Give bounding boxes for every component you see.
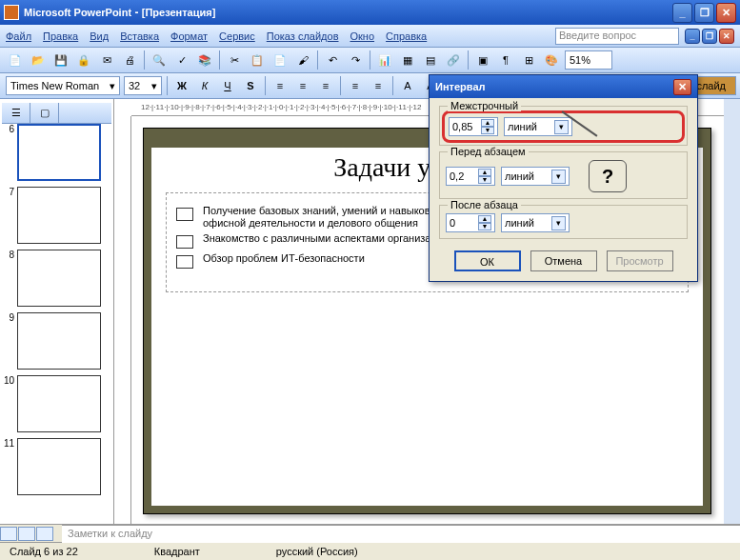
menubar: Файл Правка Вид Вставка Формат Сервис По…	[0, 25, 740, 48]
new-button[interactable]: 📄	[5, 50, 26, 70]
separator	[468, 50, 469, 70]
ruler-vertical	[114, 116, 131, 524]
doc-minimize[interactable]: _	[685, 29, 700, 44]
separator	[392, 76, 393, 95]
line-spacing-label: Межстрочный	[448, 100, 521, 111]
font-size-combo[interactable]: 32▾	[124, 76, 162, 95]
cut-button[interactable]: ✂	[224, 50, 245, 70]
preview-button[interactable]: 🔍	[149, 50, 170, 70]
line-spacing-unit-select[interactable]: линий▾	[504, 117, 572, 136]
show-formatting-button[interactable]: ¶	[495, 50, 516, 70]
hyperlink-button[interactable]: 🔗	[443, 50, 464, 70]
grid-button[interactable]: ⊞	[518, 50, 539, 70]
separator	[265, 76, 266, 95]
bullet-icon	[176, 235, 193, 249]
print-button[interactable]: 🖨	[119, 50, 140, 70]
panel-tabs: ☰ ▢	[2, 103, 111, 124]
slide-thumb-7[interactable]: 7	[2, 187, 111, 244]
statusbar: Слайд 6 из 22 Квадрант русский (Россия)	[0, 542, 740, 560]
slide-thumb-9[interactable]: 9	[2, 312, 111, 370]
outline-tab[interactable]: ☰	[2, 103, 30, 123]
notes-pane[interactable]: Заметки к слайду	[62, 525, 740, 543]
italic-button[interactable]: К	[194, 75, 215, 96]
callout-annotation: ?	[589, 160, 627, 192]
underline-button[interactable]: Ч	[217, 75, 238, 96]
menu-view[interactable]: Вид	[90, 30, 109, 42]
permission-button[interactable]: 🔒	[73, 50, 94, 70]
title: Microsoft PowerPoint - [Презентация]	[24, 6, 670, 19]
before-spinner[interactable]: 0,2▲▼	[446, 167, 495, 186]
before-label: Перед абзацем	[448, 146, 529, 157]
menu-help[interactable]: Справка	[386, 30, 427, 42]
slideshow-view-button[interactable]	[36, 527, 53, 541]
menu-slideshow[interactable]: Показ слайдов	[267, 30, 339, 42]
format-painter-button[interactable]: 🖌	[292, 50, 313, 70]
slide-thumb-6[interactable]: 6	[2, 124, 111, 181]
shadow-button[interactable]: S	[240, 75, 261, 96]
undo-button[interactable]: ↶	[322, 50, 343, 70]
bullets-button[interactable]: ≡	[368, 75, 389, 96]
thumbnail-panel: ☰ ▢ 6 7 8 9 10 11	[0, 99, 114, 524]
slide-thumb-11[interactable]: 11	[2, 438, 111, 495]
color-button[interactable]: 🎨	[541, 50, 562, 70]
font-combo[interactable]: Times New Roman▾	[6, 76, 120, 95]
titlebar: Microsoft PowerPoint - [Презентация] _ ❐…	[0, 0, 740, 25]
align-left-button[interactable]: ≡	[270, 75, 290, 96]
minimize-button[interactable]: _	[672, 3, 692, 23]
menu-window[interactable]: Окно	[350, 30, 375, 42]
increase-font-button[interactable]: A	[397, 75, 418, 96]
save-button[interactable]: 💾	[50, 50, 71, 70]
preview-button[interactable]: Просмотр	[607, 250, 673, 271]
before-unit-select[interactable]: линий▾	[501, 167, 570, 186]
bold-button[interactable]: Ж	[171, 75, 192, 96]
menu-file[interactable]: Файл	[6, 30, 31, 42]
normal-view-button[interactable]	[0, 527, 17, 541]
align-right-button[interactable]: ≡	[315, 75, 336, 96]
sorter-view-button[interactable]	[18, 527, 35, 541]
view-buttons	[0, 527, 54, 541]
separator	[370, 50, 370, 70]
dialog-close-button[interactable]: ✕	[673, 79, 691, 95]
doc-close[interactable]: ✕	[719, 29, 734, 44]
ok-button[interactable]: ОК	[454, 250, 521, 271]
paste-button[interactable]: 📄	[270, 50, 290, 70]
after-spinner[interactable]: 0▲▼	[446, 213, 495, 232]
spell-button[interactable]: ✓	[171, 50, 192, 70]
slide-thumb-10[interactable]: 10	[2, 375, 111, 432]
before-paragraph-group: Перед абзацем 0,2▲▼ линий▾ ?	[439, 151, 688, 199]
menu-format[interactable]: Формат	[170, 30, 208, 42]
dialog-buttons: ОК Отмена Просмотр	[439, 245, 688, 273]
menu-insert[interactable]: Вставка	[120, 30, 159, 42]
tables-borders-button[interactable]: ▤	[420, 50, 441, 70]
line-spacing-dialog: Интервал ✕ Межстрочный 0,85▲▼ линий▾ Пер…	[429, 74, 698, 282]
open-button[interactable]: 📂	[28, 50, 49, 70]
email-button[interactable]: ✉	[96, 50, 117, 70]
zoom-combo[interactable]: 51%	[565, 50, 612, 70]
research-button[interactable]: 📚	[194, 50, 215, 70]
menu-edit[interactable]: Правка	[43, 30, 78, 42]
maximize-button[interactable]: ❐	[694, 3, 714, 23]
status-mode: Квадрант	[154, 546, 200, 557]
numbering-button[interactable]: ≡	[345, 75, 366, 96]
cancel-button[interactable]: Отмена	[530, 250, 597, 271]
line-spacing-spinner[interactable]: 0,85▲▼	[449, 117, 498, 136]
bullet-icon	[176, 208, 193, 221]
menu-service[interactable]: Сервис	[219, 30, 255, 42]
after-unit-select[interactable]: линий▾	[501, 213, 570, 232]
doc-restore[interactable]: ❐	[702, 29, 717, 44]
vertical-scrollbar[interactable]	[724, 99, 740, 524]
slides-tab[interactable]: ▢	[30, 103, 59, 123]
slide-thumb-8[interactable]: 8	[2, 250, 111, 307]
separator	[317, 50, 318, 70]
redo-button[interactable]: ↷	[345, 50, 366, 70]
bullet-text: Обзор проблем ИТ-безопасности	[203, 252, 365, 269]
after-paragraph-group: После абзаца 0▲▼ линий▾	[439, 205, 688, 239]
expand-all-button[interactable]: ▣	[472, 50, 493, 70]
chart-button[interactable]: 📊	[374, 50, 395, 70]
table-button[interactable]: ▦	[397, 50, 418, 70]
copy-button[interactable]: 📋	[247, 50, 268, 70]
help-search-box[interactable]: Введите вопрос	[555, 28, 679, 45]
close-button[interactable]: ✕	[716, 3, 736, 23]
align-center-button[interactable]: ≡	[292, 75, 313, 96]
separator	[167, 76, 168, 95]
